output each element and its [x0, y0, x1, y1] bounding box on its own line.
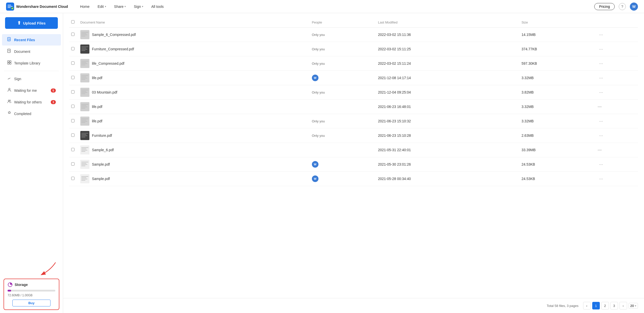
pricing-button[interactable]: Pricing	[594, 3, 615, 10]
svg-rect-6	[8, 38, 10, 39]
row-more-button[interactable]: ···	[598, 32, 605, 38]
row-more-button[interactable]: ···	[598, 118, 605, 124]
chevron-right-icon: ›	[623, 304, 624, 308]
row-more-button[interactable]: ···	[598, 132, 605, 139]
sidebar-item-waiting-for-me[interactable]: Waiting for me 5	[2, 85, 61, 96]
app-logo-icon	[6, 3, 14, 11]
action-cell: ···	[596, 157, 638, 172]
table-row: life.pdf W 2021-12-08 14:17:14 3.32MB ··…	[69, 71, 638, 85]
waiting-for-others-icon	[7, 99, 12, 105]
table-row: Sample_6_Compressed.pdf Only you 2022-03…	[69, 28, 638, 42]
file-name-text[interactable]: life.pdf	[92, 76, 102, 80]
row-checkbox[interactable]	[71, 105, 75, 108]
sidebar-item-label-completed: Completed	[14, 112, 31, 116]
svg-rect-29	[81, 49, 87, 50]
file-thumbnail	[80, 59, 89, 68]
file-name-text[interactable]: Sample.pdf	[92, 162, 110, 166]
nav-home[interactable]: Home	[80, 5, 89, 9]
row-more-button[interactable]: ···	[598, 60, 605, 67]
table-row: life.pdf 2021-06-23 16:48:01 3.32MB —	[69, 100, 638, 114]
sidebar-item-template-library[interactable]: Template Library	[2, 57, 61, 69]
row-checkbox-cell	[69, 71, 78, 85]
svg-rect-28	[81, 48, 86, 48]
file-thumbnail	[80, 145, 89, 154]
size-cell: 3.32MB	[519, 100, 596, 114]
pagination-page-2-button[interactable]: 2	[601, 302, 609, 309]
sidebar-item-waiting-for-others[interactable]: Waiting for others 3	[2, 96, 61, 108]
upload-files-button[interactable]: ⬆ Upload Files	[5, 17, 58, 29]
svg-rect-43	[81, 91, 86, 92]
file-name-text[interactable]: 03 Mountain.pdf	[92, 90, 117, 94]
main-content: Document Name People Last Modified Size	[63, 13, 644, 313]
size-cell: 3.32MB	[519, 114, 596, 128]
action-cell: ···	[596, 172, 638, 186]
row-more-button[interactable]: ···	[598, 46, 605, 52]
file-name-text[interactable]: life.pdf	[92, 105, 102, 109]
row-checkbox-cell	[69, 157, 78, 172]
file-name-text[interactable]: Sample_6_Compressed.pdf	[92, 33, 136, 37]
sidebar-item-label-waiting-me: Waiting for me	[14, 88, 37, 93]
file-name-cell: Sample.pdf	[78, 157, 310, 172]
sidebar-item-sign[interactable]: Sign	[2, 73, 61, 84]
storage-buy-button[interactable]: Buy	[12, 300, 51, 306]
svg-rect-14	[8, 63, 9, 64]
svg-rect-60	[81, 137, 85, 137]
people-cell: W	[310, 71, 376, 85]
row-checkbox[interactable]	[71, 177, 75, 180]
date-cell: 2021-05-30 23:01:26	[376, 157, 519, 172]
pagination-next-button[interactable]: ›	[620, 302, 627, 309]
storage-bar-fill	[8, 290, 11, 292]
per-page-select[interactable]: 20 ▾	[629, 303, 638, 309]
sidebar-item-document[interactable]: Document	[2, 46, 61, 57]
pagination-page-1-button[interactable]: 1	[592, 302, 600, 309]
svg-rect-45	[81, 94, 85, 94]
chevron-left-icon: ‹	[586, 304, 587, 308]
pagination-page-3-button[interactable]: 3	[610, 302, 618, 309]
row-checkbox[interactable]	[71, 33, 75, 36]
svg-rect-65	[81, 151, 85, 152]
file-thumbnail	[80, 102, 89, 111]
file-name-text[interactable]: Furniture_Compressed.pdf	[92, 47, 134, 51]
row-more-button[interactable]: ···	[598, 161, 605, 168]
row-checkbox[interactable]	[71, 61, 75, 65]
table-row: Sample.pdf W 2021-05-30 23:01:26 24.53KB…	[69, 157, 638, 172]
nav-edit[interactable]: Edit ▾	[97, 5, 106, 9]
nav-sign[interactable]: Sign ▾	[134, 5, 143, 9]
storage-box: Storage 72.60MB / 1.00GB Buy	[4, 279, 59, 310]
svg-rect-49	[81, 107, 87, 107]
pagination-prev-button[interactable]: ‹	[583, 302, 591, 309]
row-checkbox[interactable]	[71, 162, 75, 166]
nav-all-tools[interactable]: All tools	[151, 5, 164, 9]
logo-area[interactable]: Wondershare Document Cloud	[6, 3, 68, 11]
file-name-text[interactable]: life_Compressed.pdf	[92, 61, 124, 65]
svg-rect-40	[81, 79, 85, 80]
size-cell: 24.53KB	[519, 157, 596, 172]
sidebar-item-recent-files[interactable]: Recent Files	[2, 34, 61, 46]
sidebar-item-completed[interactable]: Completed	[2, 108, 61, 119]
avatar[interactable]: W	[630, 3, 638, 11]
table-row: life.pdf Only you 2021-06-23 15:10:32 3.…	[69, 114, 638, 128]
file-name-text[interactable]: Furniture.pdf	[92, 133, 112, 138]
nav-share[interactable]: Share ▾	[114, 5, 126, 9]
file-name-text[interactable]: life.pdf	[92, 119, 102, 123]
file-name-text[interactable]: Sample.pdf	[92, 177, 110, 181]
action-cell: ···	[596, 85, 638, 100]
row-checkbox[interactable]	[71, 90, 75, 94]
file-name-cell: Furniture.pdf	[78, 128, 310, 143]
svg-rect-50	[81, 108, 85, 108]
date-cell: 2021-06-23 16:48:01	[376, 100, 519, 114]
size-cell: 24.53KB	[519, 172, 596, 186]
row-more-button[interactable]: ···	[598, 75, 605, 81]
row-more-button[interactable]: ···	[598, 89, 605, 96]
row-checkbox[interactable]	[71, 47, 75, 50]
row-checkbox[interactable]	[71, 119, 75, 122]
table-row: Sample_6.pdf 2021-05-31 22:40:01 33.39MB…	[69, 143, 638, 157]
row-more-button[interactable]: ···	[598, 176, 605, 182]
file-name-text[interactable]: Sample_6.pdf	[92, 148, 114, 152]
row-checkbox-cell	[69, 114, 78, 128]
row-checkbox[interactable]	[71, 76, 75, 79]
row-checkbox[interactable]	[71, 133, 75, 137]
select-all-checkbox[interactable]	[71, 20, 75, 24]
row-checkbox[interactable]	[71, 148, 75, 151]
help-icon[interactable]: ?	[619, 3, 626, 10]
